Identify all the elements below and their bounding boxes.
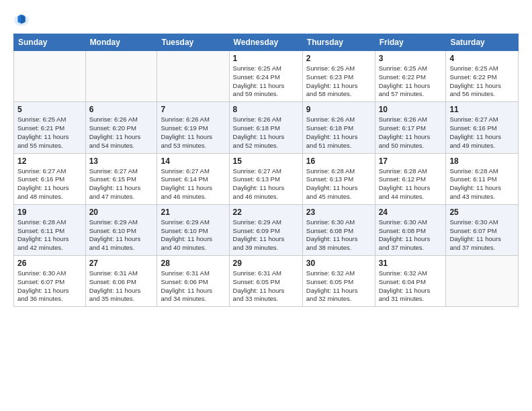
calendar-cell: 23Sunrise: 6:30 AMSunset: 6:08 PMDayligh…	[302, 204, 375, 255]
day-info: Sunrise: 6:25 AMSunset: 6:22 PMDaylight:…	[379, 64, 443, 99]
day-number: 12	[17, 156, 82, 166]
weekday-header-sunday: Sunday	[14, 34, 86, 51]
week-row-1: 1Sunrise: 6:25 AMSunset: 6:24 PMDaylight…	[14, 51, 519, 102]
day-number: 24	[379, 208, 443, 217]
day-info: Sunrise: 6:30 AMSunset: 6:08 PMDaylight:…	[379, 218, 443, 253]
calendar-cell: 1Sunrise: 6:25 AMSunset: 6:24 PMDaylight…	[229, 51, 302, 102]
day-info: Sunrise: 6:25 AMSunset: 6:24 PMDaylight:…	[233, 64, 299, 99]
day-info: Sunrise: 6:27 AMSunset: 6:16 PMDaylight:…	[449, 116, 515, 150]
calendar-cell: 26Sunrise: 6:30 AMSunset: 6:07 PMDayligh…	[14, 256, 86, 307]
day-number: 8	[233, 105, 299, 114]
day-number: 3	[379, 54, 443, 63]
day-number: 31	[379, 259, 443, 268]
day-info: Sunrise: 6:30 AMSunset: 6:08 PMDaylight:…	[306, 218, 371, 253]
day-number: 7	[161, 105, 225, 114]
day-info: Sunrise: 6:29 AMSunset: 6:10 PMDaylight:…	[161, 218, 225, 253]
day-number: 4	[449, 54, 515, 63]
calendar-cell: 21Sunrise: 6:29 AMSunset: 6:10 PMDayligh…	[157, 204, 229, 255]
calendar-cell	[14, 51, 86, 102]
day-number: 14	[161, 156, 225, 166]
calendar-cell	[85, 51, 157, 102]
day-info: Sunrise: 6:29 AMSunset: 6:09 PMDaylight:…	[233, 218, 299, 253]
day-number: 2	[306, 54, 371, 63]
day-number: 17	[379, 156, 443, 166]
logo	[13, 12, 32, 28]
weekday-header-wednesday: Wednesday	[229, 34, 302, 51]
day-info: Sunrise: 6:32 AMSunset: 6:05 PMDaylight:…	[306, 269, 371, 304]
calendar-cell: 28Sunrise: 6:31 AMSunset: 6:06 PMDayligh…	[157, 256, 229, 307]
day-number: 9	[306, 105, 371, 114]
day-number: 29	[233, 259, 299, 268]
calendar-cell: 29Sunrise: 6:31 AMSunset: 6:05 PMDayligh…	[229, 256, 302, 307]
calendar-cell: 3Sunrise: 6:25 AMSunset: 6:22 PMDaylight…	[375, 51, 446, 102]
day-info: Sunrise: 6:26 AMSunset: 6:18 PMDaylight:…	[233, 116, 299, 150]
logo-icon	[13, 12, 30, 28]
calendar-cell: 11Sunrise: 6:27 AMSunset: 6:16 PMDayligh…	[446, 102, 519, 153]
day-info: Sunrise: 6:25 AMSunset: 6:22 PMDaylight:…	[449, 64, 515, 99]
day-info: Sunrise: 6:26 AMSunset: 6:20 PMDaylight:…	[89, 116, 154, 150]
calendar-cell: 14Sunrise: 6:27 AMSunset: 6:14 PMDayligh…	[157, 153, 229, 204]
day-info: Sunrise: 6:28 AMSunset: 6:13 PMDaylight:…	[306, 167, 371, 201]
day-number: 22	[233, 208, 299, 217]
calendar-cell: 30Sunrise: 6:32 AMSunset: 6:05 PMDayligh…	[302, 256, 375, 307]
calendar-cell: 6Sunrise: 6:26 AMSunset: 6:20 PMDaylight…	[85, 102, 157, 153]
day-number: 20	[89, 208, 154, 217]
weekday-header-thursday: Thursday	[302, 34, 375, 51]
day-number: 5	[17, 105, 82, 114]
calendar-cell: 16Sunrise: 6:28 AMSunset: 6:13 PMDayligh…	[302, 153, 375, 204]
calendar-cell: 31Sunrise: 6:32 AMSunset: 6:04 PMDayligh…	[375, 256, 446, 307]
weekday-header-monday: Monday	[85, 34, 157, 51]
calendar-cell: 22Sunrise: 6:29 AMSunset: 6:09 PMDayligh…	[229, 204, 302, 255]
day-number: 15	[233, 156, 299, 166]
day-number: 16	[306, 156, 371, 166]
calendar-cell: 25Sunrise: 6:30 AMSunset: 6:07 PMDayligh…	[446, 204, 519, 255]
day-info: Sunrise: 6:27 AMSunset: 6:13 PMDaylight:…	[233, 167, 299, 201]
calendar-cell	[157, 51, 229, 102]
day-info: Sunrise: 6:31 AMSunset: 6:06 PMDaylight:…	[161, 269, 225, 304]
calendar-cell: 17Sunrise: 6:28 AMSunset: 6:12 PMDayligh…	[375, 153, 446, 204]
day-number: 26	[17, 259, 82, 268]
day-number: 1	[233, 54, 299, 63]
week-row-5: 26Sunrise: 6:30 AMSunset: 6:07 PMDayligh…	[14, 256, 519, 307]
calendar-cell: 12Sunrise: 6:27 AMSunset: 6:16 PMDayligh…	[14, 153, 86, 204]
day-number: 28	[161, 259, 225, 268]
day-info: Sunrise: 6:28 AMSunset: 6:12 PMDaylight:…	[379, 167, 443, 201]
calendar-table: SundayMondayTuesdayWednesdayThursdayFrid…	[13, 34, 519, 307]
day-info: Sunrise: 6:27 AMSunset: 6:16 PMDaylight:…	[17, 167, 82, 201]
weekday-header-saturday: Saturday	[446, 34, 519, 51]
day-info: Sunrise: 6:26 AMSunset: 6:18 PMDaylight:…	[306, 116, 371, 150]
calendar-cell: 2Sunrise: 6:25 AMSunset: 6:23 PMDaylight…	[302, 51, 375, 102]
calendar-cell: 19Sunrise: 6:28 AMSunset: 6:11 PMDayligh…	[14, 204, 86, 255]
calendar-cell: 24Sunrise: 6:30 AMSunset: 6:08 PMDayligh…	[375, 204, 446, 255]
calendar-cell: 20Sunrise: 6:29 AMSunset: 6:10 PMDayligh…	[85, 204, 157, 255]
day-info: Sunrise: 6:28 AMSunset: 6:11 PMDaylight:…	[17, 218, 82, 253]
calendar-cell: 8Sunrise: 6:26 AMSunset: 6:18 PMDaylight…	[229, 102, 302, 153]
day-info: Sunrise: 6:30 AMSunset: 6:07 PMDaylight:…	[17, 269, 82, 304]
day-number: 23	[306, 208, 371, 217]
day-info: Sunrise: 6:26 AMSunset: 6:17 PMDaylight:…	[379, 116, 443, 150]
calendar-cell: 10Sunrise: 6:26 AMSunset: 6:17 PMDayligh…	[375, 102, 446, 153]
day-number: 25	[449, 208, 515, 217]
weekday-header-row: SundayMondayTuesdayWednesdayThursdayFrid…	[14, 34, 519, 51]
day-number: 6	[89, 105, 154, 114]
weekday-header-friday: Friday	[375, 34, 446, 51]
week-row-3: 12Sunrise: 6:27 AMSunset: 6:16 PMDayligh…	[14, 153, 519, 204]
weekday-header-tuesday: Tuesday	[157, 34, 229, 51]
day-info: Sunrise: 6:31 AMSunset: 6:05 PMDaylight:…	[233, 269, 299, 304]
day-info: Sunrise: 6:26 AMSunset: 6:19 PMDaylight:…	[161, 116, 225, 150]
day-number: 18	[449, 156, 515, 166]
calendar-cell: 4Sunrise: 6:25 AMSunset: 6:22 PMDaylight…	[446, 51, 519, 102]
calendar-cell: 18Sunrise: 6:28 AMSunset: 6:11 PMDayligh…	[446, 153, 519, 204]
calendar-cell: 13Sunrise: 6:27 AMSunset: 6:15 PMDayligh…	[85, 153, 157, 204]
day-info: Sunrise: 6:27 AMSunset: 6:15 PMDaylight:…	[89, 167, 154, 201]
day-info: Sunrise: 6:25 AMSunset: 6:23 PMDaylight:…	[306, 64, 371, 99]
day-info: Sunrise: 6:28 AMSunset: 6:11 PMDaylight:…	[449, 167, 515, 201]
day-info: Sunrise: 6:32 AMSunset: 6:04 PMDaylight:…	[379, 269, 443, 304]
calendar-cell: 9Sunrise: 6:26 AMSunset: 6:18 PMDaylight…	[302, 102, 375, 153]
calendar-cell: 5Sunrise: 6:25 AMSunset: 6:21 PMDaylight…	[14, 102, 86, 153]
day-number: 30	[306, 259, 371, 268]
week-row-4: 19Sunrise: 6:28 AMSunset: 6:11 PMDayligh…	[14, 204, 519, 255]
calendar-cell: 7Sunrise: 6:26 AMSunset: 6:19 PMDaylight…	[157, 102, 229, 153]
day-info: Sunrise: 6:30 AMSunset: 6:07 PMDaylight:…	[449, 218, 515, 253]
day-number: 19	[17, 208, 82, 217]
